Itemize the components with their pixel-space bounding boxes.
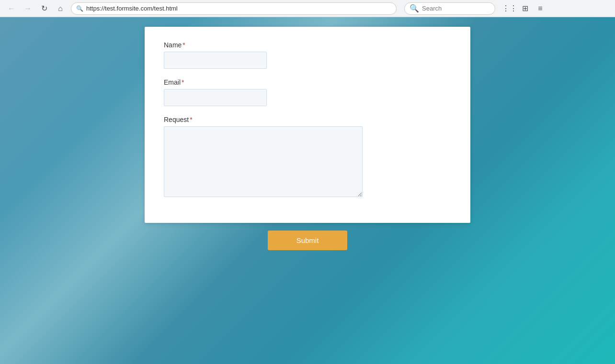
back-icon: ← [8,4,15,13]
search-input[interactable] [422,5,490,12]
bookmarks-icon: ⋮⋮ [502,4,517,13]
email-field-group: Email* [164,78,451,106]
name-field-group: Name* [164,41,451,69]
request-field-group: Request* [164,116,451,199]
forward-icon: → [24,4,32,13]
menu-button[interactable]: ≡ [534,2,547,15]
page-content: Name* Email* Request* Submit [0,17,615,364]
layout-button[interactable]: ⊞ [518,2,532,15]
address-search-icon: 🔍 [76,5,83,12]
refresh-icon: ↻ [41,4,47,13]
address-bar[interactable] [86,5,391,12]
request-label: Request* [164,116,451,123]
home-button[interactable]: ⌂ [54,2,67,15]
search-bar-container[interactable]: 🔍 [404,2,495,15]
home-icon: ⌂ [58,4,63,13]
layout-icon: ⊞ [522,4,528,13]
forward-button[interactable]: → [21,2,34,15]
bookmarks-button[interactable]: ⋮⋮ [503,2,516,15]
nav-buttons: ← → ↻ ⌂ [5,2,67,15]
request-required-star: * [190,116,192,123]
back-button[interactable]: ← [5,2,18,15]
email-label: Email* [164,78,451,86]
form-container: Name* Email* Request* [145,27,470,223]
menu-icon: ≡ [538,4,542,13]
refresh-button[interactable]: ↻ [37,2,51,15]
submit-button[interactable]: Submit [268,231,348,250]
search-icon: 🔍 [410,4,419,13]
name-label: Name* [164,41,451,49]
submit-btn-container: Submit [145,231,470,250]
email-required-star: * [182,78,184,86]
toolbar-right: ⋮⋮ ⊞ ≡ [503,2,547,15]
request-textarea[interactable] [164,126,363,197]
name-required-star: * [182,41,185,49]
email-input[interactable] [164,89,267,106]
browser-toolbar: ← → ↻ ⌂ 🔍 🔍 ⋮⋮ ⊞ ≡ [0,0,615,17]
name-input[interactable] [164,52,267,69]
address-bar-container[interactable]: 🔍 [71,2,397,15]
